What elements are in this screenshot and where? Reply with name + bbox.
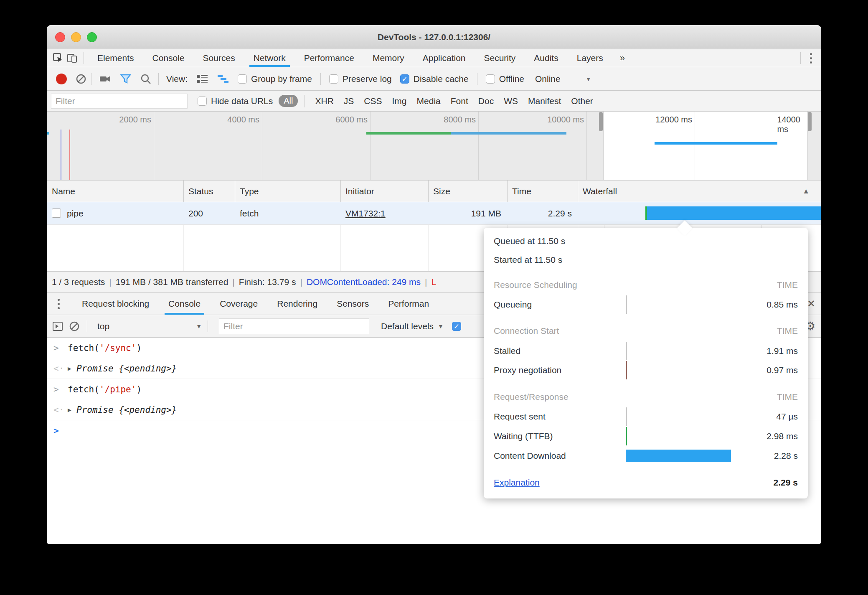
tab-network[interactable]: Network <box>244 49 295 67</box>
summary-load: L <box>431 277 437 287</box>
result-value: Promise {<pending>} <box>76 405 177 415</box>
network-overview-timeline[interactable]: 2000 ms 4000 ms 6000 ms 8000 ms 10000 ms… <box>47 112 821 181</box>
record-network-log-button[interactable] <box>56 74 67 84</box>
group-similar-checkbox[interactable]: ✓ <box>452 322 461 331</box>
tab-security[interactable]: Security <box>475 49 525 67</box>
summary-domcontentloaded: DOMContentLoaded: 249 ms <box>307 277 421 287</box>
drawer-tab-performance-monitor[interactable]: Performan <box>378 293 439 315</box>
overview-tick: 4000 ms <box>227 115 262 125</box>
customize-devtools-icon[interactable] <box>805 53 817 64</box>
column-header-waterfall[interactable]: Waterfall <box>578 181 617 202</box>
queued-at: Queued at 11.50 s <box>494 234 798 248</box>
column-header-status[interactable]: Status <box>183 181 213 202</box>
overview-tick: 8000 ms <box>444 115 478 125</box>
filter-type-media[interactable]: Media <box>417 96 441 106</box>
load-event-line <box>69 130 70 180</box>
section-connection-start: Connection Start TIME <box>494 324 798 338</box>
expand-triangle-icon[interactable]: ▶ <box>68 406 71 414</box>
column-header-initiator[interactable]: Initiator <box>340 181 374 202</box>
filter-type-ws[interactable]: WS <box>504 96 518 106</box>
drawer-tab-request-blocking[interactable]: Request blocking <box>72 293 159 315</box>
tab-performance[interactable]: Performance <box>295 49 363 67</box>
column-header-time[interactable]: Time <box>507 181 531 202</box>
queueing-tick <box>626 295 627 314</box>
overview-tick: 12000 ms <box>655 115 695 125</box>
use-large-rows-icon[interactable] <box>196 74 208 84</box>
view-label: View: <box>166 74 188 84</box>
selection-right-handle[interactable] <box>808 112 812 131</box>
table-row-pipe[interactable]: pipe 200 fetch VM1732:1 191 MB 2.29 s <box>47 202 821 225</box>
tab-console[interactable]: Console <box>143 49 194 67</box>
section-request-response: Request/Response TIME <box>494 390 798 404</box>
timing-row-proxy: Proxy negotiation 0.97 ms <box>494 364 798 377</box>
waiting-ttfb-tick <box>626 427 627 445</box>
initiator-link[interactable]: VM1732:1 <box>345 209 386 218</box>
more-tabs-icon[interactable]: » <box>612 53 632 64</box>
preserve-log-checkbox[interactable]: Preserve log <box>329 74 392 84</box>
execution-context-select[interactable]: top ▼ <box>97 321 202 331</box>
cell-size: 191 MB <box>428 202 507 225</box>
selection-left-handle[interactable] <box>599 112 603 131</box>
timing-row-stalled: Stalled 1.91 ms <box>494 344 798 358</box>
tab-application[interactable]: Application <box>414 49 475 67</box>
divider <box>320 73 321 85</box>
filter-type-xhr[interactable]: XHR <box>315 96 333 106</box>
expand-triangle-icon[interactable]: ▶ <box>68 365 71 372</box>
filter-type-other[interactable]: Other <box>571 96 593 106</box>
show-overview-icon[interactable] <box>217 74 229 84</box>
column-header-name[interactable]: Name <box>47 181 75 202</box>
sort-ascending-icon[interactable]: ▲ <box>802 181 810 202</box>
clear-console-icon[interactable] <box>69 320 80 332</box>
tab-elements[interactable]: Elements <box>88 49 143 67</box>
requests-table-header: Name Status Type Initiator Size Time Wat… <box>47 181 821 202</box>
tab-audits[interactable]: Audits <box>525 49 567 67</box>
explanation-link[interactable]: Explanation <box>494 478 540 487</box>
filter-icon[interactable] <box>120 73 132 85</box>
waterfall-download-bar[interactable] <box>647 206 821 220</box>
default-levels-select[interactable]: Default levels ▼ <box>381 321 444 331</box>
console-sidebar-toggle-icon[interactable] <box>52 320 63 332</box>
hide-data-urls-checkbox[interactable]: Hide data URLs <box>198 96 273 106</box>
filter-type-font[interactable]: Font <box>451 96 468 106</box>
waterfall-timing-tooltip: Queued at 11.50 s Started at 11.50 s Res… <box>484 228 808 498</box>
network-filter-bar: Hide data URLs All XHR JS CSS Img Media … <box>47 91 821 112</box>
main-tab-bar: Elements Console Sources Network Perform… <box>47 49 821 67</box>
group-by-frame-checkbox[interactable]: Group by frame <box>238 74 312 84</box>
summary-requests: 1 / 3 requests <box>52 277 105 287</box>
command-chevron-icon: > <box>53 343 68 353</box>
inspect-element-icon[interactable] <box>51 51 65 65</box>
tab-sources[interactable]: Sources <box>194 49 244 67</box>
throttling-select[interactable]: Online ▼ <box>535 74 591 84</box>
tab-memory[interactable]: Memory <box>363 49 414 67</box>
filter-type-css[interactable]: CSS <box>364 96 382 106</box>
clear-network-log-icon[interactable] <box>75 73 87 85</box>
filter-type-manifest[interactable]: Manifest <box>528 96 561 106</box>
summary-finish: Finish: 13.79 s <box>239 277 296 287</box>
drawer-menu-icon[interactable] <box>53 299 65 309</box>
row-checkbox[interactable] <box>52 209 61 218</box>
capture-screenshots-icon[interactable] <box>99 73 112 85</box>
column-header-type[interactable]: Type <box>235 181 259 202</box>
drawer-tab-coverage[interactable]: Coverage <box>210 293 267 315</box>
device-toolbar-icon[interactable] <box>65 51 79 65</box>
filter-type-js[interactable]: JS <box>344 96 354 106</box>
filter-type-img[interactable]: Img <box>392 96 407 106</box>
filter-type-all[interactable]: All <box>279 95 298 107</box>
disable-cache-checkbox[interactable]: ✓ Disable cache <box>400 74 469 84</box>
column-header-size[interactable]: Size <box>428 181 450 202</box>
cell-initiator: VM1732:1 <box>340 202 386 225</box>
close-drawer-icon[interactable]: ✕ <box>807 293 815 315</box>
tab-layers[interactable]: Layers <box>568 49 612 67</box>
title-bar: DevTools - 127.0.0.1:12306/ <box>47 25 821 49</box>
drawer-tab-rendering[interactable]: Rendering <box>267 293 327 315</box>
console-filter-input[interactable] <box>219 318 369 334</box>
network-filter-input[interactable] <box>51 94 188 109</box>
started-at: Started at 11.50 s <box>494 253 798 267</box>
request-sent-tick <box>626 407 627 426</box>
filter-type-doc[interactable]: Doc <box>478 96 494 106</box>
drawer-tab-console[interactable]: Console <box>159 293 210 315</box>
drawer-tab-sensors[interactable]: Sensors <box>327 293 378 315</box>
divider <box>800 52 801 64</box>
search-icon[interactable] <box>140 73 152 85</box>
offline-checkbox[interactable]: Offline <box>486 74 524 84</box>
